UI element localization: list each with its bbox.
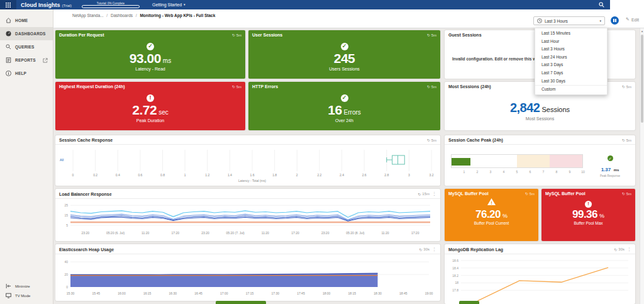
menu-item-last-24-hours[interactable]: Last 24 Hours: [535, 53, 607, 62]
svg-text:16:00: 16:00: [118, 291, 126, 295]
refresh-indicator[interactable]: ↻5m: [427, 84, 436, 89]
kpi-unit: ms: [163, 57, 171, 64]
widget-title: HTTP Errors: [252, 84, 278, 89]
tv-icon: [6, 293, 11, 298]
kpi-value: 245: [334, 51, 355, 65]
menu-item-last-hour[interactable]: Last Hour: [535, 38, 607, 46]
svg-text:18.2: 18.2: [452, 274, 458, 278]
sidebar-item-queries[interactable]: QUERIES: [0, 40, 53, 53]
menu-item-last-15-minutes[interactable]: Last 15 Minutes: [535, 30, 607, 38]
refresh-indicator[interactable]: ↻15m: [418, 192, 430, 196]
refresh-indicator[interactable]: ↻5m: [622, 138, 631, 142]
app-root: Cloud Insights (Trial) Tutorial: 0% Comp…: [0, 0, 644, 304]
external-link-icon: [43, 58, 48, 63]
kpi-caption: Peak Duration: [55, 118, 245, 123]
sidebar-item-reports[interactable]: REPORTS: [0, 53, 53, 67]
svg-text:3.2: 3.2: [430, 173, 434, 177]
kpi-caption: Peak Response: [589, 174, 631, 177]
scrollbar-thumb[interactable]: [641, 35, 643, 123]
refresh-icon: ↻: [622, 138, 625, 142]
widget-menu-icon[interactable]: ⋮: [627, 247, 631, 252]
search-icon[interactable]: [599, 2, 604, 8]
refresh-indicator[interactable]: ↻5m: [622, 191, 631, 196]
svg-text:0.6: 0.6: [138, 173, 142, 177]
menu-item-last-7-days[interactable]: Last 7 Days: [535, 69, 607, 77]
kpi-value: 2,842: [510, 101, 540, 115]
refresh-indicator[interactable]: ↻30s: [614, 247, 625, 252]
getting-started-menu[interactable]: Getting Started ▾: [152, 3, 186, 7]
kpi-unit: sec: [158, 109, 169, 116]
widget-menu-icon[interactable]: ⋮: [432, 191, 436, 196]
sidebar-footer: Minimize TV Mode: [0, 281, 53, 300]
widget-load-balancer-response: Load Balancer Response ↻15m ⋮ 5152523:20…: [55, 189, 440, 241]
widget-title: Highest Request Duration (24h): [59, 84, 125, 89]
widget-title: Most Sessions (24h): [448, 84, 491, 89]
svg-text:05:20 (7. Jul): 05:20 (7. Jul): [226, 231, 245, 235]
menu-item-custom[interactable]: Custom: [535, 85, 607, 93]
queries-icon: [6, 44, 11, 50]
refresh-icon: ↻: [427, 84, 430, 89]
svg-text:18:30: 18:30: [374, 291, 382, 295]
elasticsearch-chart: 0204015:3015:4516:0016:1516:3016:4517:00…: [58, 257, 435, 300]
getting-started-label: Getting Started: [152, 3, 182, 7]
partial-widget-hint: [459, 301, 479, 304]
kpi-caption: Latency - Read: [55, 67, 245, 71]
widget-title: Session Cache Response: [59, 138, 113, 142]
partial-widget-hint: [216, 301, 266, 304]
refresh-indicator[interactable]: ↻30s: [419, 247, 430, 252]
top-header: Cloud Insights (Trial) Tutorial: 0% Comp…: [0, 0, 644, 9]
pause-refresh-button[interactable]: [611, 16, 619, 25]
refresh-indicator[interactable]: ↻5m: [427, 138, 436, 142]
tutorial-progress[interactable]: Tutorial: 0% Complete: [82, 2, 140, 8]
minimize-button[interactable]: Minimize: [0, 281, 53, 291]
widget-duration-per-request: Duration Per Request ↻5m ✓ 93.00ms Laten…: [55, 30, 245, 79]
svg-text:17.8: 17.8: [452, 288, 458, 292]
menu-item-last-3-days[interactable]: Last 3 Days: [535, 61, 607, 69]
widget-menu-icon[interactable]: ⋮: [432, 247, 436, 252]
session-cache-peak-ticks: 12345678910: [451, 170, 583, 175]
kpi-unit: Errors: [344, 109, 361, 116]
sidebar-item-home[interactable]: HOME: [0, 14, 53, 27]
reports-icon: [6, 57, 11, 63]
menu-item-last-30-days[interactable]: Last 30 Days: [535, 77, 607, 86]
time-range-menu: Last 15 MinutesLast HourLast 3 HoursLast…: [535, 28, 608, 95]
refresh-icon: ↻: [614, 247, 617, 252]
sidebar-item-help[interactable]: HELP: [0, 67, 53, 80]
svg-text:18:15: 18:15: [348, 291, 357, 295]
refresh-indicator[interactable]: ↻5m: [525, 191, 535, 196]
edit-dashboard-button[interactable]: ✎ Edit: [626, 17, 639, 22]
refresh-icon: ↻: [427, 138, 430, 142]
tv-mode-button[interactable]: TV Mode: [0, 291, 53, 300]
check-icon: ✓: [147, 43, 154, 50]
widget-mysql-buffer-pool-current: MySQL Buffer Pool ↻5m ! 76.20% Buffer Po…: [445, 189, 538, 241]
app-logo[interactable]: Cloud Insights (Trial): [21, 2, 72, 8]
widget-http-errors: HTTP Errors ↻5m ✓ 16Errors Over 24h: [248, 82, 440, 130]
kpi-value: 1.37: [601, 167, 611, 172]
svg-text:!: !: [491, 200, 492, 205]
menu-item-last-3-hours[interactable]: Last 3 Hours: [535, 45, 607, 53]
refresh-indicator[interactable]: ↻5m: [427, 33, 436, 37]
help-icon: [6, 70, 11, 76]
svg-text:0: 0: [72, 173, 74, 177]
vertical-scrollbar[interactable]: ▴: [640, 28, 644, 304]
kpi-caption: Most Sessions: [445, 116, 635, 121]
app-grid-icon[interactable]: [0, 0, 16, 9]
app-title: Cloud Insights: [21, 2, 60, 8]
svg-text:11:20: 11:20: [142, 231, 149, 235]
breadcrumb-account[interactable]: NetApp Standa...: [72, 13, 104, 18]
widget-title: MySQL Buffer Pool: [448, 191, 489, 196]
widget-title: MySQL Buffer Pool: [545, 191, 586, 196]
load-balancer-chart: 5152523:2005:20 (6. Jul)11:2017:2023:200…: [58, 201, 435, 240]
time-range-selector[interactable]: Last 3 Hours ▾: [533, 16, 605, 25]
breadcrumb-dashboards[interactable]: Dashboards: [111, 13, 133, 18]
widget-session-cache-response: Session Cache Response ↻5m All 00.20.40.…: [55, 135, 440, 186]
sidebar-item-dashboards[interactable]: DASHBOARDS: [0, 27, 53, 40]
peak-response-summary: ✓ 1.37 ms Peak Response: [589, 151, 631, 177]
refresh-indicator[interactable]: ↻5m: [232, 33, 242, 37]
refresh-indicator[interactable]: ↻5m: [232, 84, 242, 89]
svg-text:18: 18: [455, 281, 458, 284]
refresh-indicator[interactable]: ↻5m: [622, 84, 631, 89]
svg-text:2.6: 2.6: [362, 173, 367, 177]
search-input[interactable]: [610, 0, 644, 9]
scroll-up-arrow[interactable]: ▴: [640, 29, 644, 33]
